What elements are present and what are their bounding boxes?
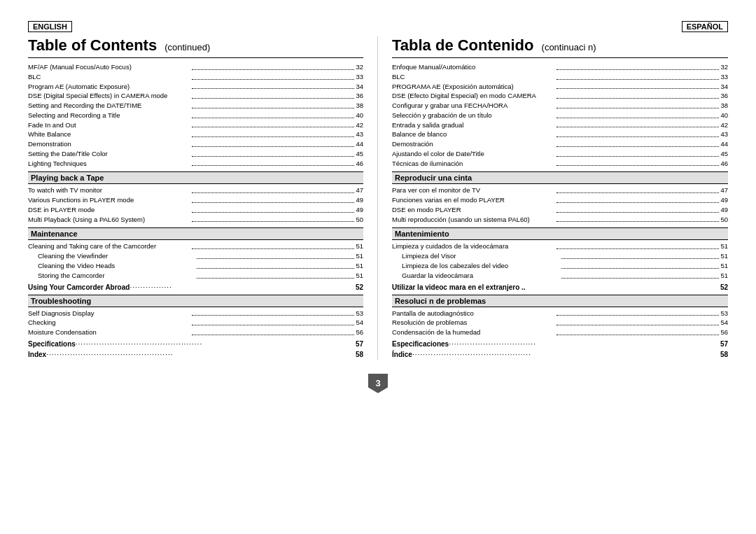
toc-entry-text: Guardar la videocámara xyxy=(402,271,560,281)
toc-entry-page: 36 xyxy=(356,91,363,101)
toc-dots xyxy=(197,261,354,269)
toc-entry-text: Lighting Techniques xyxy=(28,159,190,169)
toc-entry-page: 50 xyxy=(720,215,728,225)
english-abroad-label: Using Your Camcorder Abroad xyxy=(28,283,130,291)
english-column: Table of Contents (continued) MF/AF (Man… xyxy=(28,36,378,360)
toc-entry: Multi Playback (Using a PAL60 System) 50 xyxy=(28,215,363,225)
english-toc-title: Table of Contents xyxy=(28,36,157,54)
toc-entry-page: 34 xyxy=(720,82,728,92)
toc-entry-text: DSE (Efecto Digital Especial) en modo CA… xyxy=(392,91,555,101)
toc-dots xyxy=(192,149,354,157)
toc-entry-page: 51 xyxy=(720,271,728,281)
toc-entry: To watch with TV monitor 47 xyxy=(28,185,363,195)
english-specifications-entry: Specifications ·························… xyxy=(28,340,363,348)
toc-entry: PROGRAMA AE (Exposición automática) 34 xyxy=(392,82,728,92)
toc-dots xyxy=(556,241,720,249)
toc-entry: Limpieza del Visor 51 xyxy=(392,251,728,261)
toc-entry: MF/AF (Manual Focus/Auto Focus) 32 xyxy=(28,62,363,72)
toc-entry-page: 38 xyxy=(356,101,363,111)
toc-dots xyxy=(556,149,720,157)
toc-entry: Storing the Camcorder 51 xyxy=(28,271,363,281)
toc-dots xyxy=(192,185,354,193)
toc-entry-text: White Balance xyxy=(28,129,190,139)
spanish-specifications-page: 57 xyxy=(720,340,728,348)
english-entries-troubleshooting: Self Diagnosis Display 53 Checking 54 Mo… xyxy=(28,309,363,337)
toc-entry: Lighting Techniques 46 xyxy=(28,159,363,169)
toc-dots xyxy=(556,205,720,213)
toc-entry-text: Cleaning and Taking care of the Camcorde… xyxy=(28,241,190,251)
spanish-toc-title: Tabla de Contenido xyxy=(392,36,533,54)
english-index-entry: Index ··································… xyxy=(28,351,363,358)
toc-entry: Setting and Recording the DATE/TIME 38 xyxy=(28,101,363,111)
toc-entry: Configurar y grabar una FECHA/HORA 38 xyxy=(392,101,728,111)
spanish-entries-troubleshooting: Pantalla de autodiagnóstico 53 Resolució… xyxy=(392,309,728,337)
spanish-toc-continued: (continuaci n) xyxy=(542,42,596,52)
toc-entry-page: 49 xyxy=(720,195,728,205)
toc-entry-page: 33 xyxy=(356,72,363,82)
spanish-abroad-label: Utilizar la videoc mara en el extranjero… xyxy=(392,283,526,291)
toc-entry-text: Limpieza y cuidados de la videocámara xyxy=(392,241,555,251)
toc-entry-text: Resolución de problemas xyxy=(392,318,555,328)
toc-entry-page: 44 xyxy=(356,139,363,149)
toc-entry-page: 40 xyxy=(356,111,363,120)
toc-dots xyxy=(192,309,354,316)
toc-entry-text: Demonstration xyxy=(28,139,190,149)
toc-dots xyxy=(556,111,720,118)
toc-entry-text: Setting the Date/Title Color xyxy=(28,149,190,159)
toc-entry-text: Para ver con el monitor de TV xyxy=(392,185,555,195)
toc-entry-text: BLC xyxy=(28,72,190,82)
toc-entry-page: 45 xyxy=(720,149,728,159)
toc-entry-page: 32 xyxy=(720,62,728,72)
toc-dots xyxy=(556,159,720,167)
toc-dots xyxy=(192,318,354,325)
english-badge: ENGLISH xyxy=(28,21,72,32)
toc-entry: BLC 33 xyxy=(28,72,363,82)
spanish-section-troubleshooting: Resoluci n de problemas xyxy=(392,295,728,307)
toc-entry-page: 47 xyxy=(720,185,728,195)
toc-entry: Cleaning the Video Heads 51 xyxy=(28,261,363,271)
toc-dots xyxy=(192,111,354,118)
spanish-abroad-page: 52 xyxy=(720,283,728,291)
toc-entry-text: DSE (Digital Special Effects) in CAMERA … xyxy=(28,91,190,101)
toc-dots xyxy=(192,215,354,223)
spanish-section-maintenance: Mantenimiento xyxy=(392,227,728,240)
toc-dots xyxy=(192,139,354,147)
toc-entry: White Balance 43 xyxy=(28,129,363,139)
english-entries-top: MF/AF (Manual Focus/Auto Focus) 32 BLC 3… xyxy=(28,62,363,168)
toc-dots xyxy=(197,251,354,259)
toc-dots xyxy=(192,195,354,203)
toc-entry: Balance de blanco 43 xyxy=(392,129,728,139)
toc-entry: Resolución de problemas 54 xyxy=(392,318,728,328)
spanish-index-page: 58 xyxy=(720,351,728,358)
toc-dots xyxy=(192,241,354,249)
toc-dots xyxy=(556,139,720,147)
toc-entry-text: Multi reproducción (usando un sistema PA… xyxy=(392,215,555,225)
toc-entry: Guardar la videocámara 51 xyxy=(392,271,728,281)
english-abroad-page: 52 xyxy=(356,283,363,291)
english-abroad-entry: Using Your Camcorder Abroad ············… xyxy=(28,283,363,291)
toc-entry-page: 43 xyxy=(720,129,728,139)
toc-entry: Selección y grabación de un título 40 xyxy=(392,111,728,120)
spanish-column: Tabla de Contenido (continuaci n) Enfoqu… xyxy=(378,36,728,360)
toc-entry: BLC 33 xyxy=(392,72,728,82)
toc-entry-text: Limpieza del Visor xyxy=(402,251,560,261)
toc-entry-page: 49 xyxy=(720,205,728,215)
toc-entry-text: Selección y grabación de un título xyxy=(392,111,555,120)
toc-entry-page: 50 xyxy=(356,215,363,225)
toc-dots xyxy=(192,62,354,70)
toc-entry-text: BLC xyxy=(392,72,555,82)
toc-entry: Various Functions in PLAYER mode 49 xyxy=(28,195,363,205)
toc-entry-text: Limpieza de los cabezales del video xyxy=(402,261,560,271)
english-index-page: 58 xyxy=(356,351,363,358)
toc-dots xyxy=(556,62,720,70)
toc-dots xyxy=(561,271,720,279)
toc-entry-page: 36 xyxy=(720,91,728,101)
english-index-label: Index xyxy=(28,351,46,358)
toc-entry: Técnicas de iluminación 46 xyxy=(392,159,728,169)
spanish-entries-playback: Para ver con el monitor de TV 47 Funcion… xyxy=(392,185,728,224)
toc-entry: Program AE (Automatic Exposure) 34 xyxy=(28,82,363,92)
english-section-troubleshooting: Troubleshooting xyxy=(28,295,363,307)
toc-entry-page: 32 xyxy=(356,62,363,72)
english-entries-maintenance: Cleaning and Taking care of the Camcorde… xyxy=(28,241,363,280)
toc-dots xyxy=(192,72,354,80)
